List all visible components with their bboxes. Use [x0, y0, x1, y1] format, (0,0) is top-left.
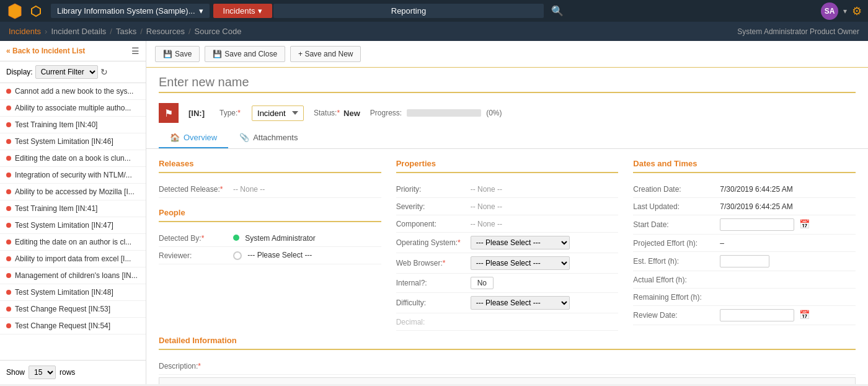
- list-item[interactable]: Cannot add a new book to the sys...: [0, 83, 146, 100]
- difficulty-select[interactable]: --- Please Select ---: [471, 296, 570, 310]
- breadcrumb-resources[interactable]: Resources: [146, 27, 185, 36]
- sidebar-header: « Back to Incident List ☰: [0, 41, 146, 61]
- list-item[interactable]: Management of children's loans [IN...: [0, 267, 146, 284]
- type-select[interactable]: Incident Bug: [252, 105, 304, 121]
- save-close-button[interactable]: 💾 Save and Close: [205, 46, 285, 62]
- save-disk-icon: 💾: [163, 50, 172, 58]
- app-selector[interactable]: Library Information System (Sample)... ▾: [51, 4, 210, 18]
- severity-label: Severity:: [396, 202, 471, 211]
- top-nav: Library Information System (Sample)... ▾…: [0, 0, 868, 22]
- breadcrumb: Incidents › Incident Details / Tasks / R…: [0, 22, 868, 41]
- refresh-btn[interactable]: ↻: [100, 67, 108, 77]
- decimal-row: Decimal:: [396, 313, 619, 331]
- nav-incidents-chevron: ▾: [258, 6, 262, 16]
- tab-attachments-label: Attachments: [253, 133, 298, 142]
- status-area: Status:* New: [314, 109, 360, 118]
- releases-title: Releases: [159, 159, 193, 168]
- difficulty-value: --- Please Select ---: [471, 296, 619, 310]
- list-item[interactable]: Test System Limitation [IN:46]: [0, 133, 146, 150]
- priority-label: Priority:: [396, 185, 471, 194]
- item-status-dot: [6, 156, 11, 161]
- os-row: Operating System:* --- Please Select ---: [396, 233, 619, 253]
- review-date-calendar-icon[interactable]: 📅: [799, 310, 810, 320]
- nav-reporting[interactable]: Reporting: [273, 4, 544, 18]
- browser-label: Web Browser:*: [396, 259, 471, 267]
- est-effort-input[interactable]: [720, 255, 769, 267]
- list-item[interactable]: Integration of security with NTLM/...: [0, 167, 146, 184]
- item-status-dot: [6, 307, 11, 312]
- list-item[interactable]: Editing the date on an author is cl...: [0, 234, 146, 251]
- nav-incidents[interactable]: Incidents ▾: [213, 4, 272, 18]
- user-dropdown-chevron[interactable]: ▾: [843, 7, 847, 16]
- save-new-button[interactable]: + Save and New: [290, 46, 361, 62]
- svg-marker-1: [32, 6, 40, 16]
- reviewer-value: --- Please Select ---: [233, 251, 381, 260]
- reviewer-label: Reviewer:: [159, 251, 233, 260]
- rows-per-page-select[interactable]: 15 25 50: [29, 366, 56, 379]
- list-item[interactable]: Ability to associate multiple autho...: [0, 100, 146, 117]
- nav-reporting-label: Reporting: [391, 6, 426, 16]
- small-hex-icon: [27, 2, 45, 20]
- list-item[interactable]: Ability to be accessed by Mozilla [I...: [0, 184, 146, 200]
- browser-row: Web Browser:* --- Please Select ---: [396, 253, 619, 274]
- progress-pct: (0%): [486, 109, 502, 117]
- content-area: 💾 Save 💾 Save and Close + Save and New ⚑…: [146, 41, 868, 384]
- list-item[interactable]: Test Training Item [IN:40]: [0, 117, 146, 133]
- incident-name-input[interactable]: [159, 75, 856, 93]
- attachment-icon: 📎: [239, 133, 249, 142]
- list-item[interactable]: Test System Limitation [IN:47]: [0, 217, 146, 234]
- user-badge[interactable]: SA: [821, 2, 838, 20]
- progress-bar-wrap: [407, 109, 481, 117]
- review-date-value: 📅: [720, 309, 856, 321]
- back-to-list-link[interactable]: « Back to Incident List: [6, 47, 128, 55]
- review-date-input[interactable]: [720, 309, 794, 321]
- projected-effort-label: Projected Effort (h):: [633, 239, 720, 248]
- search-icon[interactable]: 🔍: [545, 2, 570, 19]
- severity-row: Severity: -- None --: [396, 198, 619, 215]
- difficulty-row: Difficulty: --- Please Select ---: [396, 293, 619, 313]
- last-updated-label: Last Updated:: [633, 202, 720, 211]
- tab-overview[interactable]: 🏠 Overview: [159, 128, 228, 148]
- priority-row: Priority: -- None --: [396, 181, 619, 198]
- list-item[interactable]: Test Training Item [IN:41]: [0, 200, 146, 217]
- item-status-dot: [6, 139, 11, 144]
- tab-attachments[interactable]: 📎 Attachments: [228, 128, 309, 148]
- people-title: People: [159, 208, 185, 217]
- list-item[interactable]: Editing the date on a book is clun...: [0, 150, 146, 167]
- creation-date-label: Creation Date:: [633, 185, 720, 194]
- breadcrumb-incident-details[interactable]: Incident Details: [51, 27, 106, 36]
- type-label: Type:*: [219, 109, 241, 117]
- list-item[interactable]: Ability to import data from excel [I...: [0, 251, 146, 267]
- item-status-dot: [6, 223, 11, 228]
- start-date-input[interactable]: [720, 218, 794, 231]
- breadcrumb-tasks[interactable]: Tasks: [116, 27, 136, 36]
- severity-value: -- None --: [471, 202, 619, 211]
- list-item[interactable]: Test Change Request [IN:53]: [0, 301, 146, 318]
- description-row: Description:*: [159, 357, 856, 375]
- filter-select[interactable]: Current Filter: [35, 65, 98, 79]
- sidebar-list: Cannot add a new book to the sys...Abili…: [0, 83, 146, 360]
- rows-label: rows: [60, 368, 75, 377]
- start-date-value: 📅: [720, 218, 856, 231]
- status-value: New: [343, 109, 360, 118]
- breadcrumb-incidents[interactable]: Incidents: [9, 27, 41, 36]
- breadcrumb-source-code[interactable]: Source Code: [195, 27, 242, 36]
- description-textarea[interactable]: [159, 377, 856, 384]
- settings-icon[interactable]: ⚙: [852, 4, 862, 18]
- start-date-calendar-icon[interactable]: 📅: [799, 219, 810, 229]
- list-item[interactable]: Test Change Request [IN:54]: [0, 318, 146, 334]
- sidebar-collapse-btn[interactable]: ☰: [131, 46, 140, 56]
- browser-select[interactable]: --- Please Select ---: [471, 256, 570, 270]
- internal-toggle[interactable]: No: [471, 277, 494, 289]
- est-effort-row: Est. Effort (h):: [633, 252, 856, 271]
- releases-people-col: Releases Detected Release:* -- None -- P…: [159, 159, 381, 331]
- description-label: Description:*: [159, 362, 233, 370]
- review-date-row: Review Date: 📅: [633, 306, 856, 325]
- difficulty-label: Difficulty:: [396, 298, 471, 307]
- internal-value[interactable]: No: [471, 277, 619, 289]
- save-button[interactable]: 💾 Save: [155, 46, 200, 62]
- list-item[interactable]: Test System Limitation [IN:48]: [0, 284, 146, 301]
- os-select[interactable]: --- Please Select ---: [471, 236, 570, 249]
- reviewer-radio[interactable]: [233, 251, 242, 260]
- properties-col: Properties Priority: -- None -- Severity…: [396, 159, 619, 331]
